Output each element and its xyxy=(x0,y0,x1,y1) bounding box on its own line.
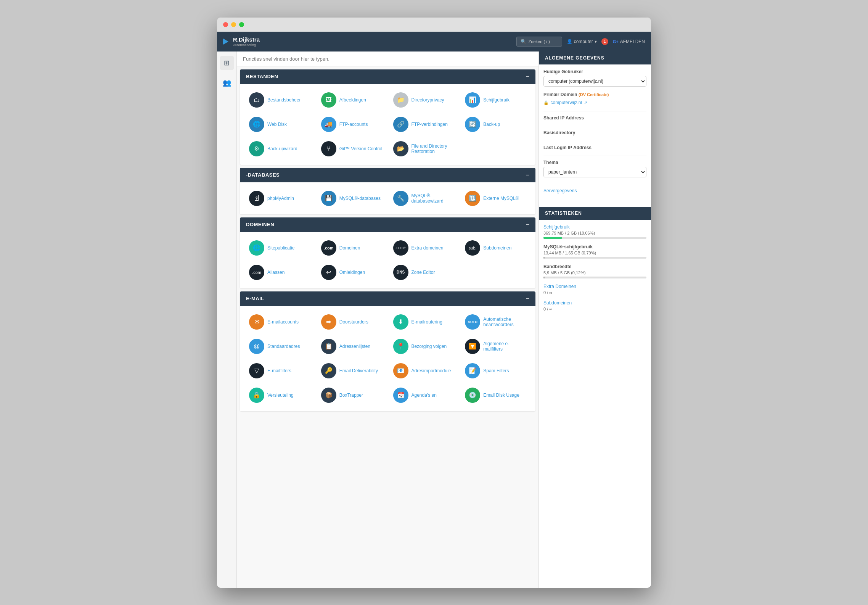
bezorging-icon: 📍 xyxy=(393,339,408,354)
list-item[interactable]: 🗄 phpMyAdmin xyxy=(246,188,313,208)
list-item[interactable]: ➡ Doorstuurders xyxy=(318,312,386,332)
email-deliverability-icon: 🔑 xyxy=(321,363,336,378)
lock-icon: 🔒 xyxy=(543,100,549,105)
subdomeinen-link[interactable]: Subdomeinen xyxy=(543,300,646,306)
list-item[interactable]: 📋 Adressenlijsten xyxy=(318,336,386,356)
mysql-wizard-icon: 🔧 xyxy=(393,191,408,206)
list-item[interactable]: 🗂 Bestandsbeheer xyxy=(246,90,313,110)
algemene-gegevens-header: ALGEMENE GEGEVENS xyxy=(539,51,651,64)
list-item[interactable]: DNS Zone Editor xyxy=(390,262,458,282)
list-item[interactable]: ↩ Omleidingen xyxy=(318,262,386,282)
list-item[interactable]: ⚙ Back-upwizard xyxy=(246,139,313,159)
stat-schijfgebruik: Schijfgebruik 369,79 MB / 2 GB (18,06%) xyxy=(543,224,646,239)
section-email: E-MAIL − ✉ E-mailaccounts ➡ Doorstuurder… xyxy=(240,291,535,411)
list-item[interactable]: 🔽 Algemene e-mailfilters xyxy=(462,336,529,356)
nav-right: 🔍 Zoeken ( / ) 👤 computer ▾ 1 G+ AFMELDE… xyxy=(516,37,645,47)
schijfgebruik-progress-fill xyxy=(543,237,562,239)
list-item[interactable]: 🔗 FTP-verbindingen xyxy=(390,114,458,134)
list-item[interactable]: .com Domeinen xyxy=(318,238,386,258)
logo-name: R.Dijkstra Automatisering xyxy=(233,36,260,47)
left-sidebar: ⊞ 👥 xyxy=(217,51,237,588)
list-item[interactable]: @ Standaardadres xyxy=(246,336,313,356)
list-item[interactable]: .com Aliassen xyxy=(246,262,313,282)
list-item[interactable]: 🖼 Afbeeldingen xyxy=(318,90,386,110)
close-button[interactable] xyxy=(223,22,228,27)
list-item[interactable]: 🔧 MySQL®-databasewizard xyxy=(390,188,458,208)
domeinen-icon: .com xyxy=(321,240,336,256)
list-item[interactable]: ⑂ Git™ Version Control xyxy=(318,139,386,159)
list-item[interactable]: 🔑 Email Deliverability xyxy=(318,361,386,381)
list-item[interactable]: ⬇ E-mailroutering xyxy=(390,312,458,332)
list-item[interactable]: 🔒 Versleuteling xyxy=(246,385,313,405)
extra-domeinen-link[interactable]: Extra Domeinen xyxy=(543,284,646,289)
subdomeinen-icon: sub. xyxy=(465,240,480,256)
list-item[interactable]: 📊 Schijfgebruik xyxy=(462,90,529,110)
sidebar-item-users[interactable]: 👥 xyxy=(220,76,234,90)
list-item[interactable]: 💿 Email Disk Usage xyxy=(462,385,529,405)
list-item[interactable]: 📧 Adresimportmodule xyxy=(390,361,458,381)
logo-arrow-icon xyxy=(223,39,228,45)
gebruiker-select[interactable]: computer (computerwijz.nl) xyxy=(543,76,646,87)
section-bestanden-header: BESTANDEN − xyxy=(240,69,535,84)
servergegevens-link[interactable]: Servergegevens xyxy=(543,188,577,193)
zone-editor-icon: DNS xyxy=(393,265,408,280)
emailaccounts-icon: ✉ xyxy=(249,314,264,330)
list-item[interactable]: 📂 File and Directory Restoration xyxy=(390,139,458,159)
statistieken-body: Schijfgebruik 369,79 MB / 2 GB (18,06%) … xyxy=(539,220,651,321)
maximize-button[interactable] xyxy=(239,22,244,27)
list-item[interactable]: .com+ Extra domeinen xyxy=(390,238,458,258)
user-menu[interactable]: 👤 computer ▾ xyxy=(567,39,597,44)
section-domeinen: DOMEINEN − 🌐 Sitepublicatie .com Domeine… xyxy=(240,217,535,288)
schijfgebruik-link[interactable]: Schijfgebruik xyxy=(543,224,646,230)
list-item[interactable]: 🌐 Sitepublicatie xyxy=(246,238,313,258)
notification-badge[interactable]: 1 xyxy=(601,38,608,45)
collapse-bestanden-button[interactable]: − xyxy=(526,73,529,80)
list-item[interactable]: 📅 Agenda's en xyxy=(390,385,458,405)
sidebar-item-grid[interactable]: ⊞ xyxy=(220,56,234,70)
list-item[interactable]: 📦 BoxTrapper xyxy=(318,385,386,405)
git-icon: ⑂ xyxy=(321,141,336,156)
list-item[interactable]: 💾 MySQL®-databases xyxy=(318,188,386,208)
list-item[interactable]: AUTO Automatische beantwoorders xyxy=(462,312,529,332)
domain-link[interactable]: computerwijz.nl xyxy=(550,100,582,105)
bestandsbeheer-icon: 🗂 xyxy=(249,92,264,108)
section-email-header: E-MAIL − xyxy=(240,291,535,306)
doorstuurders-icon: ➡ xyxy=(321,314,336,330)
sitepublicatie-icon: 🌐 xyxy=(249,240,264,256)
thema-select[interactable]: paper_lantern xyxy=(543,167,646,177)
adresimport-icon: 📧 xyxy=(393,363,408,378)
collapse-email-button[interactable]: − xyxy=(526,295,529,302)
phpmyadmin-icon: 🗄 xyxy=(249,191,264,206)
minimize-button[interactable] xyxy=(231,22,236,27)
schijfgebruik-progress-bg xyxy=(543,237,646,239)
ftp-accounts-icon: 🚚 xyxy=(321,117,336,132)
basisdirectory-row: Basisdirectory xyxy=(543,130,646,135)
function-search-bar xyxy=(237,51,538,66)
function-search-input[interactable] xyxy=(243,56,532,62)
directoryprivacy-icon: 📁 xyxy=(393,92,408,108)
email-disk-usage-icon: 💿 xyxy=(465,388,480,403)
boxtrapper-icon: 📦 xyxy=(321,388,336,403)
adressenlijsten-icon: 📋 xyxy=(321,339,336,354)
list-item[interactable]: 🔃 Externe MySQL® xyxy=(462,188,529,208)
google-icon: G+ xyxy=(613,39,619,44)
list-item[interactable]: 📝 Spam Filters xyxy=(462,361,529,381)
list-item[interactable]: 🌐 Web Disk xyxy=(246,114,313,134)
collapse-databases-button[interactable]: − xyxy=(526,172,529,179)
list-item[interactable]: 📍 Bezorging volgen xyxy=(390,336,458,356)
schijfgebruik-icon: 📊 xyxy=(465,92,480,108)
list-item[interactable]: 🔄 Back-up xyxy=(462,114,529,134)
nav-search-box[interactable]: 🔍 Zoeken ( / ) xyxy=(516,37,562,47)
list-item[interactable]: ✉ E-mailaccounts xyxy=(246,312,313,332)
stat-subdomeinen: Subdomeinen 0 / ∞ xyxy=(543,300,646,311)
list-item[interactable]: sub. Subdomeinen xyxy=(462,238,529,258)
collapse-domeinen-button[interactable]: − xyxy=(526,221,529,228)
signout-button[interactable]: G+ AFMELDEN xyxy=(613,39,645,44)
external-link-icon: ↗ xyxy=(584,100,587,105)
aliassen-icon: .com xyxy=(249,265,264,280)
list-item[interactable]: 🚚 FTP-accounts xyxy=(318,114,386,134)
list-item[interactable]: ▽ E-mailfilters xyxy=(246,361,313,381)
search-icon: 🔍 xyxy=(521,39,526,44)
list-item[interactable]: 📁 Directoryprivacy xyxy=(390,90,458,110)
emailfilters-icon: ▽ xyxy=(249,363,264,378)
